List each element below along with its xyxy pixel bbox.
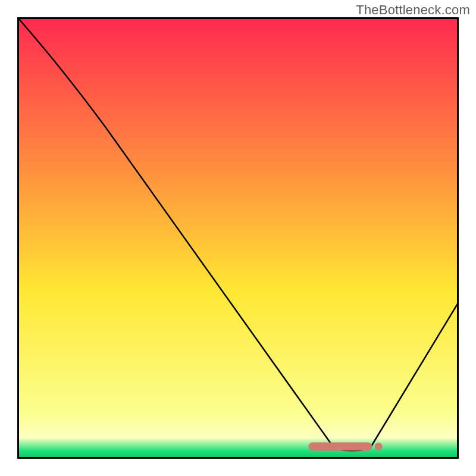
bottleneck-chart xyxy=(17,17,459,459)
watermark-text: TheBottleneck.com xyxy=(356,2,470,18)
chart-background xyxy=(18,18,458,458)
highlight-marker-dot xyxy=(375,443,383,450)
chart-container: TheBottleneck.com xyxy=(0,0,476,476)
